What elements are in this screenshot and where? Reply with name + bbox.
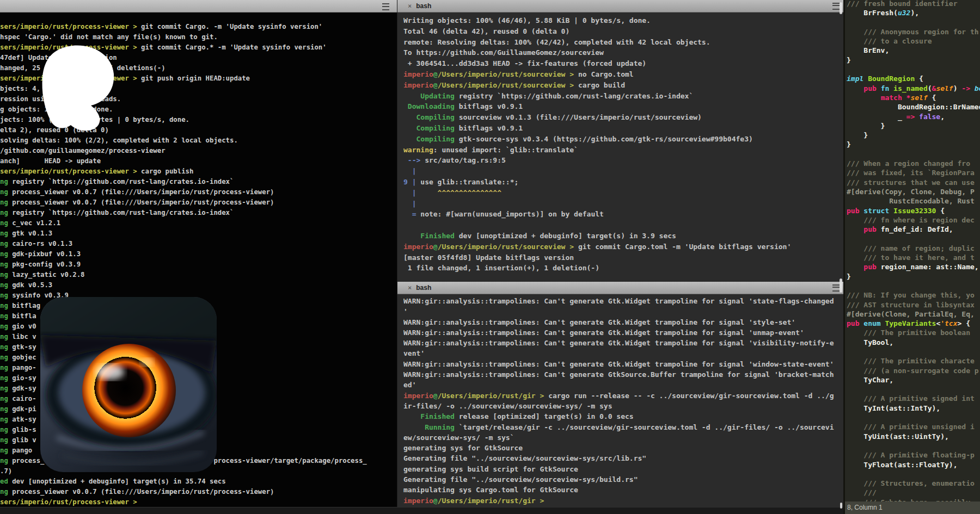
terminal-line: /// fn where is region dec: [847, 215, 980, 225]
terminal-line: /github.com/guillaumegomez/process-viewe…: [0, 146, 397, 156]
terminal-line: pub fn_def_id: DefId,: [847, 225, 980, 234]
terminal-line: Compiling gtk-source-sys v0.3.4 (https:/…: [403, 134, 842, 145]
hamburger-icon[interactable]: [382, 3, 389, 10]
window-bottom-edge: [0, 507, 843, 514]
terminal-line: }: [847, 121, 980, 131]
terminal-line: BrFresh(u32),: [847, 8, 980, 17]
scrollbar-thumb[interactable]: [840, 2, 842, 14]
terminal-line: #[derive(Copy, Clone, Debug, P: [847, 187, 980, 196]
terminal-line: 47def] Update sysinfo version: [0, 53, 397, 63]
terminal-line: g objects: 100% (4/4), done.: [0, 104, 397, 115]
terminal-line: /// was fixed, its `RegionPara: [847, 168, 980, 177]
terminal-output-bottom[interactable]: WARN:gir::analysis::trampolines: Can't g…: [403, 296, 842, 506]
terminal-line: | ^^^^^^^^^^^^^^^: [403, 188, 842, 199]
terminal-line: /// The primitive characte: [847, 356, 980, 366]
terminal-line: }: [847, 55, 980, 65]
terminal-line: WARN:gir::analysis::trampolines: Can't g…: [403, 327, 842, 338]
terminal-line: jects: 100% (4/4), 811 bytes | 0 bytes/s…: [0, 115, 397, 125]
terminal-line: /// AST structure in libsyntax: [847, 300, 980, 309]
close-icon[interactable]: ×: [408, 2, 412, 10]
terminal-line: TyBool,: [847, 338, 980, 347]
terminal-line: Finished release [optimized] target(s) i…: [403, 411, 842, 422]
scrollbar-thumb[interactable]: [840, 278, 842, 293]
terminal-line: Generating file "../sourceview/sourcevie…: [403, 474, 842, 485]
terminal-line: [847, 18, 980, 27]
terminal-line: manipulating sys Cargo.toml for GtkSourc…: [403, 485, 842, 495]
terminal-line: To https://github.com/GuillaumeGomez/sou…: [403, 47, 842, 58]
terminal-line: /// A primitive floating-p: [847, 450, 980, 460]
terminal-line: |: [403, 166, 842, 177]
terminal-line: Compiling bitflags v0.9.1: [403, 123, 842, 134]
terminal-line: [847, 281, 980, 290]
terminal-line: RustcEncodable, Rust: [847, 196, 980, 206]
terminal-line: imperio@/Users/imperio/rust/sourceview >…: [403, 80, 842, 91]
editor-status-bar: 8, Column 1: [845, 501, 980, 514]
terminal-line: [847, 347, 980, 356]
terminal-line: TyFloat(ast::FloatTy),: [847, 460, 980, 469]
terminal-line: _ => false,: [847, 112, 980, 121]
terminal-line: imperio@/Users/imperio/rust/sourceview >…: [403, 241, 842, 252]
terminal-line: ng lazy_static v0.2.8: [0, 270, 397, 280]
terminal-line: ng gtk v0.1.3: [0, 228, 397, 239]
terminal-line: ng process_viewer v0.0.7 (file:///Users/…: [0, 197, 397, 208]
terminal-line: ng c_vec v1.2.1: [0, 218, 397, 228]
terminal-line: warning: unused import: `glib::translate…: [403, 145, 842, 156]
terminal-line: BrEnv,: [847, 46, 980, 55]
terminal-line: /// A primitive unsigned i: [847, 422, 980, 431]
fiery-eye-picture: [40, 297, 217, 472]
hamburger-icon[interactable]: [832, 284, 840, 292]
terminal-line: [847, 469, 980, 479]
terminal-line: ew/sourceview-sys/ -m sys`: [403, 432, 842, 443]
terminal-line: hspec 'Cargo.' did not match any file(s)…: [0, 32, 397, 42]
terminal-line: ng process_viewer v0.0.7 (file:///Users/…: [0, 487, 397, 497]
terminal-line: /// When a region changed fro: [847, 159, 980, 168]
editor-code[interactable]: /// fresh bound identifier BrFresh(u32),…: [847, 0, 980, 507]
terminal-line: elta 2), reused 0 (delta 0): [0, 125, 397, 135]
terminal-line: + 3064541...dd3d3a3 HEAD -> fix-features…: [403, 58, 842, 69]
terminal-line: sers/imperio/rust/process-viewer > cargo…: [0, 166, 397, 177]
bash-tab-top[interactable]: × bash: [397, 0, 844, 13]
terminal-line: /// fresh bound identifier: [847, 0, 980, 8]
terminal-line: WARN:gir::analysis::trampolines: Can't g…: [403, 338, 842, 348]
terminal-line: ed dev [unoptimized + debuginfo] target(…: [0, 476, 397, 487]
terminal-line: ng process_viewer v0.0.7 (file:///Users/…: [0, 187, 397, 197]
terminal-line: ng registry `https://github.com/rust-lan…: [0, 177, 397, 187]
code-editor-window[interactable]: /// fresh bound identifier BrFresh(u32),…: [843, 0, 980, 514]
terminal-line: pub enum TypeVariants<'tcx> {: [847, 319, 980, 328]
left-terminal-window[interactable]: sers/imperio/rust/process-viewer > git c…: [0, 0, 397, 514]
terminal-line: BoundRegion::BrNamed: [847, 102, 980, 112]
left-terminal-titlebar[interactable]: [0, 0, 397, 13]
tab-label-bash[interactable]: bash: [416, 284, 431, 292]
terminal-line: = note: #[warn(unused_imports)] on by de…: [403, 209, 842, 220]
terminal-line: pub fn is_named(&self) -> bo: [847, 84, 980, 93]
terminal-line: imperio@/Users/imperio/rust/sourceview >…: [403, 69, 842, 80]
terminal-line: /// to a closure: [847, 36, 980, 46]
terminal-line: }: [847, 272, 980, 281]
terminal-line: 1 file changed, 1 insertion(+), 1 deleti…: [403, 263, 842, 274]
tab-label-bash[interactable]: bash: [416, 2, 431, 10]
terminal-line: pub region_name: ast::Name,: [847, 262, 980, 271]
terminal-line: /// to have it here, and t: [847, 253, 980, 262]
close-icon[interactable]: ×: [408, 284, 412, 292]
terminal-line: ed': [403, 380, 842, 390]
terminal-line: anch] HEAD -> update: [0, 156, 397, 166]
terminal-line: /// Structures, enumeratio: [847, 479, 980, 488]
terminal-line: /// Anonymous region for th: [847, 27, 980, 36]
scrollbar-thumb[interactable]: [840, 503, 842, 509]
bash-tab-bottom[interactable]: × bash: [397, 282, 844, 294]
hamburger-icon[interactable]: [832, 3, 840, 10]
terminal-line: WARN:gir::analysis::trampolines: Can't g…: [403, 296, 842, 306]
terminal-line: WARN:gir::analysis::trampolines: Can't g…: [403, 369, 842, 380]
terminal-line: ng gdk-pixbuf v0.1.3: [0, 249, 397, 259]
terminal-line: sers/imperio/rust/process-viewer > git c…: [0, 22, 397, 32]
terminal-line: remote: Resolving deltas: 100% (42/42), …: [403, 37, 842, 48]
terminal-output-top[interactable]: Writing objects: 100% (46/46), 5.88 KiB …: [403, 15, 842, 274]
terminal-line: ng registry `https://github.com/rust-lan…: [0, 208, 397, 218]
terminal-line: Finished dev [unoptimized + debuginfo] t…: [403, 231, 842, 241]
terminal-line: |: [403, 199, 842, 209]
terminal-line: sers/imperio/rust/process-viewer > git c…: [0, 42, 397, 53]
terminal-line: /// The primitive boolean: [847, 328, 980, 337]
terminal-line: /// (a non-surrogate code p: [847, 366, 980, 375]
terminal-line: ng gdk v0.5.3: [0, 280, 397, 290]
terminal-line: [847, 413, 980, 422]
